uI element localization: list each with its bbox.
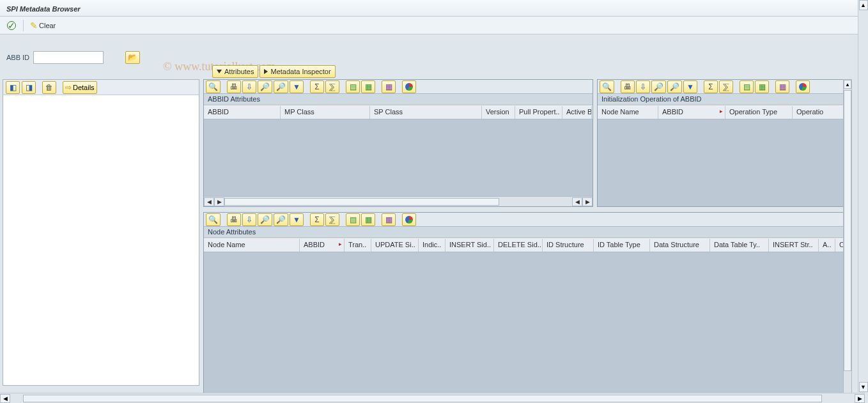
vscroll-down-arrow[interactable]: ▼ (859, 382, 868, 392)
export-icon: ⇩ (246, 83, 252, 91)
col-indic[interactable]: Indic.. (419, 239, 446, 252)
attributes-dropdown-button[interactable]: Attributes (212, 65, 258, 78)
alv3-filter-button[interactable]: ▼ (290, 213, 304, 226)
col-id-structure[interactable]: ID Structure (543, 239, 594, 252)
alv1-chart-button[interactable] (402, 80, 416, 93)
vscroll-up-arrow[interactable]: ▲ (844, 80, 851, 89)
abbid-attributes-body[interactable] (204, 119, 593, 196)
col-a[interactable]: A.. (819, 239, 835, 252)
subtotal-icon: ⅀ (723, 83, 729, 91)
alv3-export-button[interactable]: ⇩ (242, 213, 256, 226)
app-title: SPI Metadata Browser (6, 5, 81, 13)
col-delete-side[interactable]: DELETE Sid.. (494, 239, 543, 252)
alv2-detail-button[interactable]: 🔍 (600, 80, 614, 93)
col-update-side[interactable]: UPDATE Si.. (371, 239, 419, 252)
col-abbid[interactable]: ABBID▸ (300, 239, 345, 252)
col-pull-property[interactable]: Pull Propert.. (515, 106, 562, 119)
alv2-export-button[interactable]: ⇩ (636, 80, 650, 93)
trash-icon: 🗑 (45, 84, 53, 91)
col-active[interactable]: Active B (562, 106, 592, 119)
alv1-detail-button[interactable]: 🔍 (206, 80, 221, 93)
hscroll-right-arrow[interactable]: ▶ (855, 394, 865, 403)
alv1-filter-button[interactable]: ▼ (290, 80, 304, 93)
alv2-filter-button[interactable]: ▼ (683, 80, 697, 93)
delete-node-button[interactable]: 🗑 (42, 81, 56, 94)
col-data-structure[interactable]: Data Structure (650, 239, 710, 252)
hscroll-track[interactable] (224, 197, 572, 206)
col-operation[interactable]: Operatio (793, 106, 848, 119)
alv3-find-next-button[interactable]: 🔎 (274, 213, 288, 226)
hscroll-left-arrow[interactable]: ◀ (0, 394, 10, 403)
hscroll-track[interactable] (10, 394, 855, 403)
alv1-find-button[interactable]: 🔎 (258, 80, 272, 93)
alv3-detail-button[interactable]: 🔍 (206, 213, 221, 226)
hscroll-right-arrow[interactable]: ▶ (582, 197, 593, 206)
inner-vertical-scrollbar[interactable]: ▲ (843, 79, 852, 395)
alv3-views-button[interactable]: ▦ (382, 213, 396, 226)
outer-horizontal-scrollbar[interactable]: ◀ ▶ (0, 393, 865, 403)
alv3-chart-button[interactable] (402, 213, 416, 226)
col-insert-side[interactable]: INSERT Sid.. (446, 239, 494, 252)
alv1-subtotal-button[interactable]: ⅀ (325, 80, 339, 93)
alv3-subtotal-button[interactable]: ⅀ (325, 213, 339, 226)
alv1-sum-button[interactable]: Σ (310, 80, 324, 93)
hscroll-thumb[interactable] (23, 395, 822, 402)
abbid-search-help-button[interactable]: 📂 (125, 51, 140, 64)
alv1-export-button[interactable]: ⇩ (242, 80, 256, 93)
hscroll-left-step[interactable]: ▶ (214, 197, 224, 206)
metadata-inspector-button[interactable]: Metadata Inspector (260, 65, 335, 78)
alv3-layout-change-button[interactable]: ▤ (346, 213, 360, 226)
alv2-layout-change-button[interactable]: ▤ (740, 80, 754, 93)
col-node-name[interactable]: Node Name (204, 239, 300, 252)
alv2-sum-button[interactable]: Σ (704, 80, 718, 93)
col-version[interactable]: Version (482, 106, 515, 119)
outer-vertical-scrollbar[interactable]: ▲ ▼ (858, 0, 868, 392)
alv1-views-button[interactable]: ▦ (382, 80, 396, 93)
col-id-table-type[interactable]: ID Table Type (594, 239, 650, 252)
alv1-print-button[interactable]: 🖶 (227, 80, 241, 93)
tree-body[interactable] (3, 95, 199, 385)
alv3-find-button[interactable]: 🔎 (258, 213, 272, 226)
col-operation-type[interactable]: Operation Type (725, 106, 793, 119)
hscroll-thumb[interactable] (224, 198, 499, 206)
find-icon: 🔎 (260, 83, 270, 91)
execute-button[interactable]: ✓ (5, 19, 18, 32)
col-tran[interactable]: Tran.. (345, 239, 371, 252)
col-insert-str[interactable]: INSERT Str.. (769, 239, 819, 252)
alv1-layout-select-button[interactable]: ▦ (361, 80, 375, 93)
alv2-layout-select-button[interactable]: ▦ (755, 80, 769, 93)
vscroll-thumb[interactable] (844, 90, 851, 371)
alv2-find-next-button[interactable]: 🔎 (667, 80, 682, 93)
alv3-sum-button[interactable]: Σ (310, 213, 324, 226)
hscroll-right-step[interactable]: ◀ (572, 197, 582, 206)
alv1-layout-change-button[interactable]: ▤ (346, 80, 360, 93)
col-mp-class[interactable]: MP Class (281, 106, 370, 119)
alv1-find-next-button[interactable]: 🔎 (274, 80, 288, 93)
layout-select-icon: ▦ (365, 83, 372, 91)
abbid-attributes-hscroll[interactable]: ◀ ▶ ◀ ▶ (204, 196, 593, 206)
col-abbid[interactable]: ABBID (204, 106, 281, 119)
alv2-views-button[interactable]: ▦ (775, 80, 789, 93)
col-data-table-type[interactable]: Data Table Ty.. (710, 239, 769, 252)
alv2-find-button[interactable]: 🔎 (651, 80, 666, 93)
collapse-all-button[interactable]: ◨ (22, 81, 36, 94)
alv2-print-button[interactable]: 🖶 (621, 80, 635, 93)
abbid-input[interactable] (33, 51, 104, 64)
alv3-layout-select-button[interactable]: ▦ (361, 213, 375, 226)
clear-button[interactable]: ✎ Clear (29, 19, 57, 32)
alv2-subtotal-button[interactable]: ⅀ (719, 80, 733, 93)
alv2-chart-button[interactable] (796, 80, 810, 93)
col-sp-class[interactable]: SP Class (370, 106, 482, 119)
col-abbid[interactable]: ABBID▸ (658, 106, 725, 119)
expand-all-button[interactable]: ◧ (6, 81, 20, 94)
vscroll-track[interactable] (858, 10, 868, 382)
details-button[interactable]: ⇨ Details (63, 81, 97, 94)
node-attributes-body[interactable] (204, 252, 849, 395)
find-icon: 🔎 (654, 83, 663, 91)
vscroll-up-arrow[interactable]: ▲ (859, 0, 868, 10)
col-node-name[interactable]: Node Name (598, 106, 658, 119)
init-operation-body[interactable] (598, 119, 849, 206)
alv3-print-button[interactable]: 🖶 (227, 213, 241, 226)
layout-change-icon: ▤ (350, 216, 357, 224)
hscroll-left-arrow[interactable]: ◀ (204, 197, 214, 206)
